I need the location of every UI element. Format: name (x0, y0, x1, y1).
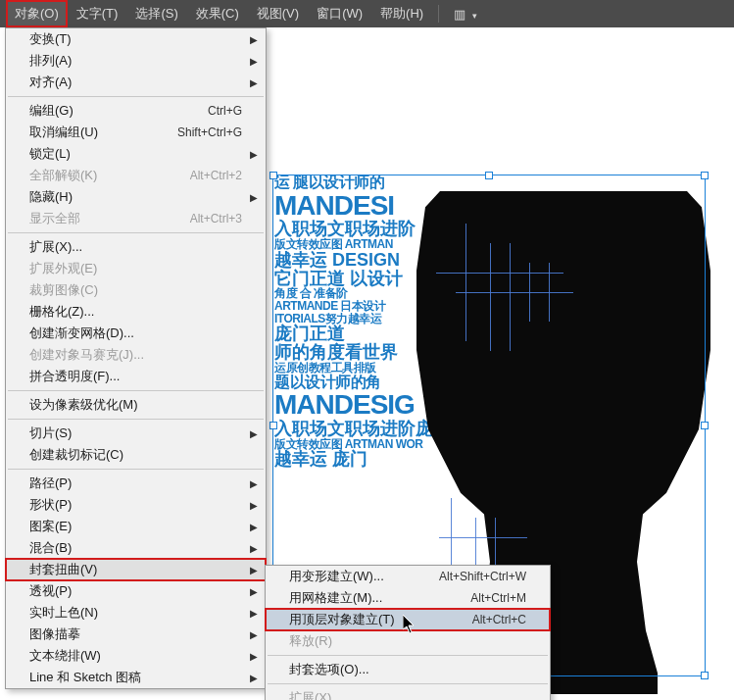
menu-separator (268, 655, 548, 656)
menu-item[interactable]: 编组(G)Ctrl+G (6, 100, 266, 122)
submenu-arrow-icon: ▶ (250, 192, 258, 203)
menu-item-label: 扩展(X)... (29, 238, 242, 256)
submenu-arrow-icon: ▶ (250, 149, 258, 160)
submenu-arrow-icon: ▶ (250, 500, 258, 511)
menu-item: 裁剪图像(C) (6, 279, 266, 301)
menu-item: 全部解锁(K)Alt+Ctrl+2 (6, 165, 266, 186)
menu-shortcut: Alt+Ctrl+C (472, 613, 526, 626)
submenu-arrow-icon: ▶ (250, 565, 258, 575)
submenu-item[interactable]: 用网格建立(M)...Alt+Ctrl+M (266, 587, 550, 609)
menu-item[interactable]: 混合(B)▶ (6, 537, 266, 559)
menu-object[interactable]: 对象(O) (6, 0, 68, 27)
menu-help[interactable]: 帮助(H) (371, 0, 432, 27)
menu-item-label: 排列(A) (29, 52, 242, 70)
submenu-arrow-icon: ▶ (250, 651, 258, 662)
menu-item[interactable]: 拼合透明度(F)... (6, 366, 266, 387)
guide-line (436, 273, 563, 274)
guide-line (465, 224, 466, 341)
menu-item[interactable]: 变换(T)▶ (6, 28, 266, 50)
menu-item[interactable]: 封套扭曲(V)▶ (6, 559, 266, 580)
guide-line (510, 243, 511, 351)
menu-item[interactable]: 路径(P)▶ (6, 473, 266, 494)
submenu-arrow-icon: ▶ (250, 543, 258, 554)
menu-item-label: 显示全部 (29, 210, 190, 227)
submenu-arrow-icon: ▶ (250, 34, 258, 45)
menu-item[interactable]: 文本绕排(W)▶ (6, 645, 266, 667)
menu-item[interactable]: Line 和 Sketch 图稿▶ (6, 667, 266, 688)
menubar-divider (438, 5, 439, 23)
menu-window[interactable]: 窗口(W) (308, 0, 371, 27)
menu-item[interactable]: 锁定(L)▶ (6, 143, 266, 165)
menu-shortcut: Alt+Ctrl+M (470, 591, 526, 605)
submenu-item-label: 释放(R) (289, 632, 526, 650)
menu-item[interactable]: 实时上色(N)▶ (6, 602, 266, 624)
menu-item[interactable]: 隐藏(H)▶ (6, 186, 266, 208)
menu-item-label: 创建对象马赛克(J)... (29, 346, 242, 364)
menu-item-label: 隐藏(H) (29, 188, 242, 206)
menu-effect[interactable]: 效果(C) (187, 0, 248, 27)
menu-item-label: 裁剪图像(C) (29, 281, 242, 299)
guide-line (490, 243, 491, 351)
submenu-arrow-icon: ▶ (250, 428, 258, 439)
submenu-item-label: 用顶层对象建立(T) (289, 611, 472, 628)
menu-item: 扩展外观(E) (6, 258, 266, 279)
menu-item-label: 封套扭曲(V) (29, 561, 242, 578)
menu-select[interactable]: 选择(S) (126, 0, 186, 27)
menu-item: 创建对象马赛克(J)... (6, 344, 266, 366)
menu-item[interactable]: 排列(A)▶ (6, 50, 266, 72)
menu-shortcut: Alt+Ctrl+3 (190, 212, 242, 225)
submenu-arrow-icon: ▶ (250, 586, 258, 597)
menu-item[interactable]: 透视(P)▶ (6, 580, 266, 602)
menu-item[interactable]: 图案(E)▶ (6, 516, 266, 537)
menu-item-label: 设为像素级优化(M) (29, 396, 242, 414)
selection-handle[interactable] (269, 172, 277, 179)
menu-item[interactable]: 形状(P)▶ (6, 494, 266, 516)
guide-line (456, 292, 573, 293)
menu-item-label: 编组(G) (29, 102, 208, 120)
menu-shortcut: Shift+Ctrl+G (177, 125, 242, 139)
menu-shortcut: Alt+Ctrl+2 (190, 169, 242, 182)
menu-item[interactable]: 创建裁切标记(C) (6, 444, 266, 466)
submenu-arrow-icon: ▶ (250, 478, 258, 489)
submenu-arrow-icon: ▶ (250, 522, 258, 532)
menu-item-label: 图像描摹 (29, 625, 242, 643)
menu-item-label: 变换(T) (29, 30, 242, 48)
menu-type[interactable]: 文字(T) (68, 0, 127, 27)
object-menu-dropdown: 变换(T)▶排列(A)▶对齐(A)▶编组(G)Ctrl+G取消编组(U)Shif… (5, 27, 267, 689)
menu-item[interactable]: 对齐(A)▶ (6, 72, 266, 93)
menu-item-label: 对齐(A) (29, 74, 242, 91)
menu-item[interactable]: 切片(S)▶ (6, 423, 266, 444)
menu-item-label: 全部解锁(K) (29, 167, 190, 184)
menu-item[interactable]: 栅格化(Z)... (6, 301, 266, 323)
menu-item[interactable]: 设为像素级优化(M) (6, 394, 266, 416)
submenu-item-label: 用变形建立(W)... (289, 568, 439, 585)
submenu-arrow-icon: ▶ (250, 77, 258, 88)
menu-separator (8, 390, 264, 391)
submenu-item: 扩展(X) (266, 687, 550, 700)
menu-item-label: 形状(P) (29, 496, 242, 514)
menu-item-label: 透视(P) (29, 582, 242, 600)
selection-handle[interactable] (701, 172, 709, 179)
menu-item-label: 创建裁切标记(C) (29, 446, 242, 464)
submenu-item[interactable]: 用变形建立(W)...Alt+Shift+Ctrl+W (266, 566, 550, 587)
selection-handle[interactable] (269, 422, 277, 429)
guide-line (439, 537, 527, 538)
menu-item[interactable]: 图像描摹▶ (6, 624, 266, 645)
toolbar-dropdown[interactable]: ▥ ▾ (445, 2, 486, 26)
menu-item-label: 图案(E) (29, 518, 242, 535)
menu-item-label: 文本绕排(W) (29, 647, 242, 665)
menubar: 对象(O) 文字(T) 选择(S) 效果(C) 视图(V) 窗口(W) 帮助(H… (0, 0, 734, 27)
submenu-item[interactable]: 封套选项(O)... (266, 659, 550, 680)
menu-view[interactable]: 视图(V) (248, 0, 308, 27)
selection-handle[interactable] (701, 422, 709, 429)
menu-item[interactable]: 取消编组(U)Shift+Ctrl+G (6, 122, 266, 143)
menu-item-label: 路径(P) (29, 475, 242, 492)
guide-line (451, 498, 452, 567)
menu-separator (8, 419, 264, 420)
menu-item[interactable]: 扩展(X)... (6, 236, 266, 258)
menu-separator (8, 469, 264, 470)
menu-item[interactable]: 创建渐变网格(D)... (6, 323, 266, 344)
menu-item-label: 扩展外观(E) (29, 260, 242, 277)
selection-handle[interactable] (701, 672, 709, 679)
selection-handle[interactable] (485, 172, 493, 179)
